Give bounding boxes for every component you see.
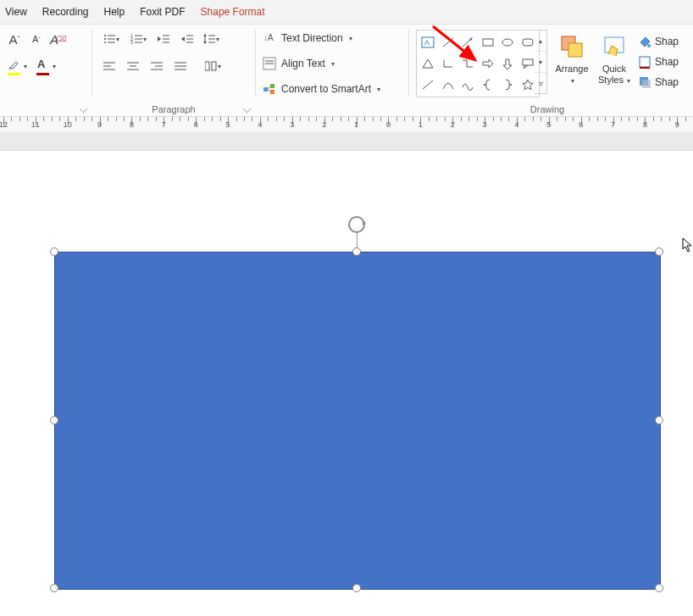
resize-handle-se[interactable] bbox=[655, 584, 663, 592]
ruler-label: 1 bbox=[354, 120, 358, 129]
line-spacing-button[interactable]: ▾ bbox=[201, 30, 221, 48]
rotation-handle[interactable] bbox=[348, 216, 365, 252]
justify-button[interactable] bbox=[170, 57, 191, 75]
resize-handle-s[interactable] bbox=[352, 584, 361, 592]
font-color-swatch bbox=[36, 73, 49, 75]
svg-rect-45 bbox=[422, 37, 434, 47]
convert-smartart-button[interactable]: Convert to SmartArt▾ bbox=[263, 77, 408, 101]
arrange-button[interactable]: Arrange▾ bbox=[552, 30, 592, 86]
ruler-label: 1 bbox=[419, 120, 423, 129]
slide-canvas[interactable] bbox=[0, 151, 693, 616]
svg-point-50 bbox=[502, 39, 513, 46]
svg-rect-54 bbox=[568, 43, 582, 57]
menu-shape-format[interactable]: Shape Format bbox=[201, 6, 265, 18]
pen-outline-icon bbox=[638, 55, 651, 69]
align-right-icon bbox=[151, 61, 163, 71]
ruler-label: 0 bbox=[386, 120, 391, 129]
shape-fill-button[interactable]: Shap bbox=[638, 31, 679, 52]
ruler-label: 4 bbox=[514, 120, 518, 129]
resize-handle-sw[interactable] bbox=[50, 584, 58, 592]
align-left-button[interactable] bbox=[99, 57, 119, 75]
svg-text:↓A: ↓A bbox=[263, 33, 274, 42]
gallery-up-icon[interactable]: ▴ bbox=[535, 31, 546, 52]
curve-icon bbox=[441, 79, 455, 91]
ruler-label: 6 bbox=[194, 120, 198, 129]
gallery-more-icon[interactable]: ▿ bbox=[535, 73, 546, 93]
align-right-button[interactable] bbox=[147, 57, 167, 75]
ruler-label: 2 bbox=[451, 120, 455, 129]
svg-point-56 bbox=[647, 44, 651, 47]
menu-recording[interactable]: Recording bbox=[42, 6, 89, 18]
scribble-icon bbox=[461, 79, 474, 91]
text-direction-icon: ↓A bbox=[263, 31, 276, 45]
horizontal-ruler[interactable]: 1211109876543210123456789 bbox=[0, 117, 693, 133]
menu-foxit-pdf[interactable]: Foxit PDF bbox=[140, 6, 185, 18]
numbering-button[interactable]: 123▾ bbox=[126, 30, 150, 48]
bullets-icon bbox=[103, 34, 115, 44]
ruler-label: 8 bbox=[130, 120, 134, 129]
arrow-down-icon bbox=[501, 58, 514, 69]
ruler-label: 6 bbox=[579, 120, 583, 129]
shapes-gallery[interactable]: A bbox=[416, 30, 540, 97]
effects-icon bbox=[638, 75, 651, 89]
align-center-button[interactable] bbox=[123, 57, 143, 75]
oval-icon bbox=[501, 36, 514, 48]
align-text-button[interactable]: Align Text▾ bbox=[263, 52, 408, 75]
l-connector-icon bbox=[441, 58, 455, 69]
shapes-gallery-scroll[interactable]: ▴ ▾ ▿ bbox=[535, 30, 547, 94]
group-font: Aˆ Aˇ A ⌫ ▾ A ▾ bbox=[0, 25, 91, 116]
font-dialog-launcher[interactable] bbox=[80, 105, 87, 113]
align-center-icon bbox=[127, 61, 139, 71]
resize-handle-w[interactable] bbox=[50, 416, 58, 425]
resize-handle-e[interactable] bbox=[655, 416, 663, 425]
font-color-button[interactable]: A ▾ bbox=[34, 57, 58, 77]
ruler-label: 5 bbox=[226, 120, 230, 129]
line-icon bbox=[441, 36, 455, 48]
smartart-icon bbox=[263, 82, 276, 96]
resize-handle-nw[interactable] bbox=[50, 247, 58, 256]
svg-rect-57 bbox=[640, 57, 650, 67]
clear-formatting-button[interactable]: A ⌫ bbox=[49, 30, 68, 48]
columns-button[interactable]: ▾ bbox=[202, 57, 223, 75]
selected-rectangle-shape[interactable] bbox=[54, 252, 659, 588]
svg-line-43 bbox=[268, 86, 270, 89]
svg-rect-51 bbox=[523, 39, 533, 46]
ruler-label: 3 bbox=[290, 120, 294, 129]
resize-handle-n[interactable] bbox=[352, 247, 361, 256]
increase-indent-button[interactable] bbox=[177, 30, 197, 48]
ruler-label: 7 bbox=[611, 120, 615, 129]
ruler-label: 3 bbox=[483, 120, 487, 129]
ribbon: Aˆ Aˇ A ⌫ ▾ A ▾ bbox=[0, 25, 693, 117]
group-paragraph: ▾ 123▾ ▾ ▾ Paragraph bbox=[92, 25, 255, 116]
text-direction-button[interactable]: ↓A Text Direction▾ bbox=[263, 26, 408, 50]
text-highlight-button[interactable]: ▾ bbox=[5, 57, 29, 77]
highlighter-icon bbox=[8, 59, 19, 69]
gallery-down-icon[interactable]: ▾ bbox=[535, 52, 546, 73]
menu-view[interactable]: View bbox=[5, 6, 27, 18]
quick-styles-button[interactable]: QuickStyles ▾ bbox=[594, 30, 635, 86]
shape-outline-button[interactable]: Shap bbox=[638, 52, 679, 72]
ruler-label: 7 bbox=[162, 120, 166, 129]
svg-rect-42 bbox=[270, 90, 274, 94]
increase-font-size-button[interactable]: Aˆ bbox=[5, 30, 24, 48]
columns-icon bbox=[205, 61, 217, 71]
paint-bucket-icon bbox=[638, 35, 651, 48]
decrease-font-size-button[interactable]: Aˇ bbox=[27, 30, 46, 48]
ruler-label: 2 bbox=[322, 120, 326, 129]
svg-line-48 bbox=[463, 39, 471, 47]
svg-rect-52 bbox=[523, 59, 533, 65]
svg-rect-40 bbox=[263, 87, 268, 92]
ruler-label: 9 bbox=[675, 120, 679, 129]
group-drawing: A ▴ ▾ ▿ Arr bbox=[409, 25, 693, 116]
menu-help[interactable]: Help bbox=[104, 6, 125, 18]
resize-handle-ne[interactable] bbox=[655, 247, 663, 256]
bullets-button[interactable]: ▾ bbox=[99, 30, 123, 48]
shape-effects-button[interactable]: Shap bbox=[638, 72, 679, 92]
decrease-indent-button[interactable] bbox=[153, 30, 174, 48]
svg-point-4 bbox=[104, 42, 106, 43]
callout-icon bbox=[521, 58, 535, 69]
align-left-icon bbox=[103, 61, 115, 71]
justify-icon bbox=[175, 61, 186, 71]
svg-rect-34 bbox=[205, 62, 209, 70]
ruler-label: 12 bbox=[0, 120, 8, 129]
